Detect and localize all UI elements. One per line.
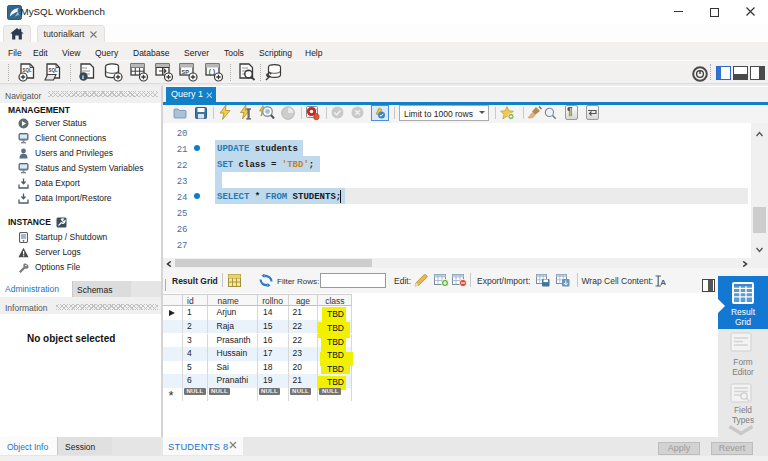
svg-text:A: A [660, 278, 666, 287]
svg-text:SQL: SQL [22, 68, 32, 73]
svg-text:i: i [82, 73, 84, 80]
svg-text:SP: SP [182, 69, 190, 75]
svg-text:SQL: SQL [48, 68, 58, 73]
